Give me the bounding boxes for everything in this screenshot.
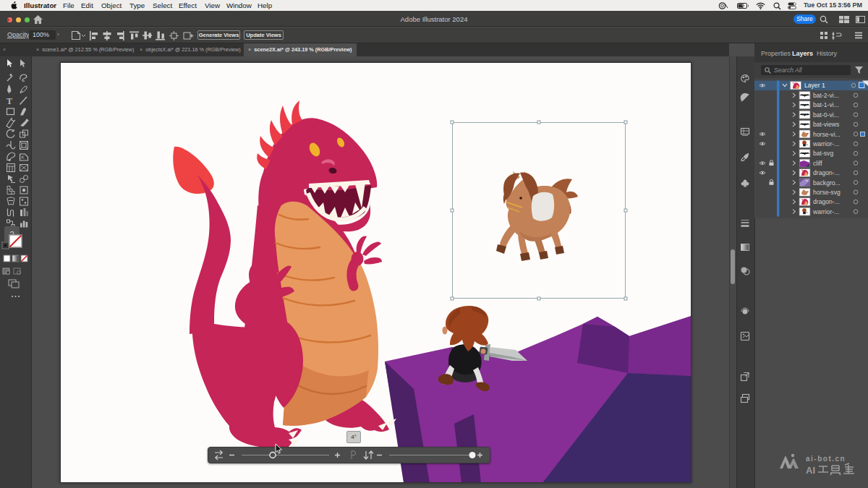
svg-text:cliff: cliff <box>813 160 822 167</box>
svg-text:horse-svg: horse-svg <box>813 189 841 196</box>
svg-text:horse-vi...: horse-vi... <box>813 131 841 138</box>
svg-text:T: T <box>7 96 12 106</box>
svg-text:dragon-...: dragon-... <box>813 169 840 176</box>
svg-text:dragon-...: dragon-... <box>813 198 840 205</box>
svg-text:ai-bot.cn: ai-bot.cn <box>806 455 846 463</box>
svg-text:bat-2-vi...: bat-2-vi... <box>813 92 839 99</box>
svg-text:warrior-...: warrior-... <box>812 208 839 215</box>
svg-text:bat-svg: bat-svg <box>813 150 833 157</box>
svg-text:bat-1-vi...: bat-1-vi... <box>813 101 839 108</box>
svg-text:warrior-...: warrior-... <box>812 140 839 147</box>
svg-text:bat-0-vi...: bat-0-vi... <box>813 111 839 119</box>
svg-text:bat-views: bat-views <box>813 121 839 128</box>
svg-text:AI: AI <box>806 465 815 476</box>
svg-text:backgro...: backgro... <box>813 179 841 187</box>
